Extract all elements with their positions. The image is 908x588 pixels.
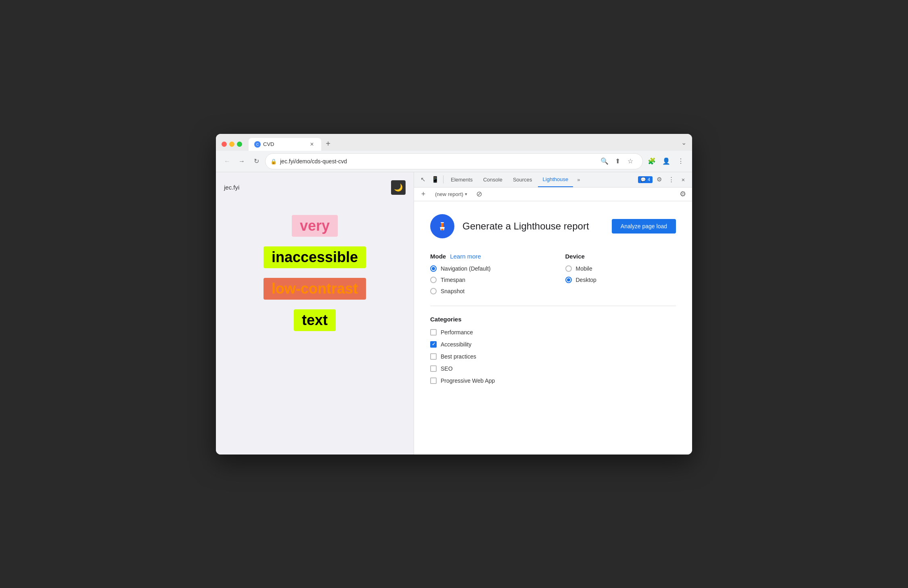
device-label: Device: [565, 253, 585, 260]
radio-mobile-circle: [565, 265, 572, 272]
search-icon-btn[interactable]: 🔍: [599, 156, 610, 167]
share-icon-btn[interactable]: ⬆: [612, 156, 623, 167]
device-section: Device Mobile Desktop: [565, 253, 676, 294]
category-accessibility-label: Accessibility: [441, 341, 471, 348]
analyze-page-load-button[interactable]: Analyze page load: [612, 219, 676, 234]
category-best-practices-label: Best practices: [441, 353, 476, 360]
device-desktop[interactable]: Desktop: [565, 277, 676, 283]
section-divider: [430, 306, 676, 306]
svg-rect-2: [441, 223, 444, 227]
chat-icon: 💬: [640, 177, 646, 182]
category-performance[interactable]: Performance: [430, 329, 676, 336]
categories-section: Categories Performance ✓ Accessibility: [430, 316, 676, 384]
radio-navigation-dot: [432, 267, 435, 270]
tab-elements[interactable]: Elements: [446, 172, 477, 187]
browser-window: C CVD × + ⌄ ← → ↻ 🔒 jec.fyi/demo/cds-que…: [216, 134, 692, 455]
toolbar-right: ⚙: [678, 189, 688, 199]
traffic-lights: [222, 142, 242, 147]
category-pwa-label: Progressive Web App: [441, 377, 495, 384]
category-best-practices[interactable]: Best practices: [430, 353, 676, 360]
tab-lighthouse[interactable]: Lighthouse: [538, 172, 573, 187]
chevron-down-icon: ⌄: [681, 139, 686, 146]
mode-label: Mode: [430, 253, 446, 260]
profile-button[interactable]: 👤: [661, 156, 672, 167]
tab-separator: [443, 175, 444, 183]
mode-radio-group: Navigation (Default) Timespan Snapshot: [430, 265, 541, 294]
forward-icon: →: [239, 158, 245, 165]
tab-more-button[interactable]: »: [574, 172, 583, 187]
lighthouse-logo: [430, 214, 454, 238]
tab-sources[interactable]: Sources: [508, 172, 537, 187]
devtools-settings-button[interactable]: ⚙: [653, 174, 665, 185]
lighthouse-content: Generate a Lighthouse report Analyze pag…: [414, 201, 692, 455]
checkbox-best-practices: [430, 353, 437, 360]
dark-mode-button[interactable]: 🌙: [391, 180, 406, 195]
cursor-tool-button[interactable]: ↖: [417, 174, 429, 185]
checkbox-performance: [430, 329, 437, 336]
radio-desktop-dot: [567, 278, 570, 281]
mode-navigation-label: Navigation (Default): [441, 265, 491, 272]
category-accessibility[interactable]: ✓ Accessibility: [430, 341, 676, 348]
radio-snapshot-circle: [430, 288, 437, 294]
device-mobile[interactable]: Mobile: [565, 265, 676, 272]
learn-more-link[interactable]: Learn more: [450, 253, 481, 260]
bookmark-icon-btn[interactable]: ☆: [625, 156, 636, 167]
lighthouse-header: Generate a Lighthouse report Analyze pag…: [430, 214, 676, 238]
issues-count: 4: [648, 177, 650, 182]
dropdown-arrow-icon: ▾: [465, 192, 467, 197]
lighthouse-heading: Generate a Lighthouse report: [462, 221, 604, 232]
category-seo[interactable]: SEO: [430, 365, 676, 372]
back-button[interactable]: ←: [222, 156, 233, 167]
mode-snapshot[interactable]: Snapshot: [430, 288, 541, 294]
report-selector[interactable]: (new report) ▾: [432, 190, 471, 198]
category-performance-label: Performance: [441, 329, 473, 336]
lighthouse-logo-svg: [435, 219, 450, 234]
address-input[interactable]: 🔒 jec.fyi/demo/cds-quest-cvd 🔍 ⬆ ☆: [265, 153, 643, 169]
webpage-header: jec.fyi 🌙: [224, 180, 406, 195]
mode-timespan[interactable]: Timespan: [430, 277, 541, 283]
minimize-traffic-light[interactable]: [229, 142, 234, 147]
demo-word-very: very: [292, 215, 338, 237]
toolbar-settings-button[interactable]: ⚙: [678, 189, 688, 199]
issues-badge[interactable]: 💬 4: [638, 176, 653, 183]
mode-snapshot-label: Snapshot: [441, 288, 464, 294]
checkbox-pwa: [430, 377, 437, 384]
new-tab-button[interactable]: +: [322, 138, 334, 150]
tab-favicon: C: [254, 141, 261, 148]
address-bar: ← → ↻ 🔒 jec.fyi/demo/cds-quest-cvd 🔍 ⬆ ☆…: [216, 151, 692, 172]
device-desktop-label: Desktop: [576, 277, 596, 283]
tab-close-button[interactable]: ×: [308, 141, 316, 148]
back-icon: ←: [224, 158, 230, 165]
browser-menu-button[interactable]: ⋮: [675, 156, 686, 167]
mode-header: Mode Learn more: [430, 253, 541, 260]
maximize-traffic-light[interactable]: [237, 142, 242, 147]
reload-button[interactable]: ↻: [251, 156, 262, 167]
device-radio-group: Mobile Desktop: [565, 265, 676, 283]
site-title: jec.fyi: [224, 184, 239, 191]
add-report-button[interactable]: +: [418, 189, 429, 199]
categories-label: Categories: [430, 316, 676, 323]
device-toolbar-button[interactable]: 📱: [429, 174, 441, 185]
categories-checkbox-group: Performance ✓ Accessibility Best practic…: [430, 329, 676, 384]
mode-navigation[interactable]: Navigation (Default): [430, 265, 541, 272]
active-tab[interactable]: C CVD ×: [249, 138, 321, 151]
devtools-more-button[interactable]: ⋮: [665, 174, 677, 185]
report-placeholder: (new report): [435, 191, 463, 197]
forward-button[interactable]: →: [236, 156, 247, 167]
demo-word-low-contrast: low-contrast: [264, 278, 366, 300]
tab-console[interactable]: Console: [478, 172, 507, 187]
checkmark-icon: ✓: [432, 342, 435, 347]
tab-bar: C CVD × +: [249, 138, 678, 151]
mode-device-row: Mode Learn more Navigation (Default): [430, 253, 676, 294]
close-traffic-light[interactable]: [222, 142, 227, 147]
category-pwa[interactable]: Progressive Web App: [430, 377, 676, 384]
extensions-button[interactable]: 🧩: [646, 156, 657, 167]
device-mobile-label: Mobile: [576, 265, 592, 272]
cancel-icon-btn[interactable]: ⊘: [474, 189, 484, 199]
tab-list-button[interactable]: ⌄: [681, 139, 686, 150]
devtools-close-button[interactable]: ×: [678, 174, 689, 185]
demo-word-text: text: [294, 309, 336, 331]
moon-icon: 🌙: [394, 183, 403, 192]
tab-title: CVD: [263, 141, 306, 147]
category-seo-label: SEO: [441, 365, 453, 372]
